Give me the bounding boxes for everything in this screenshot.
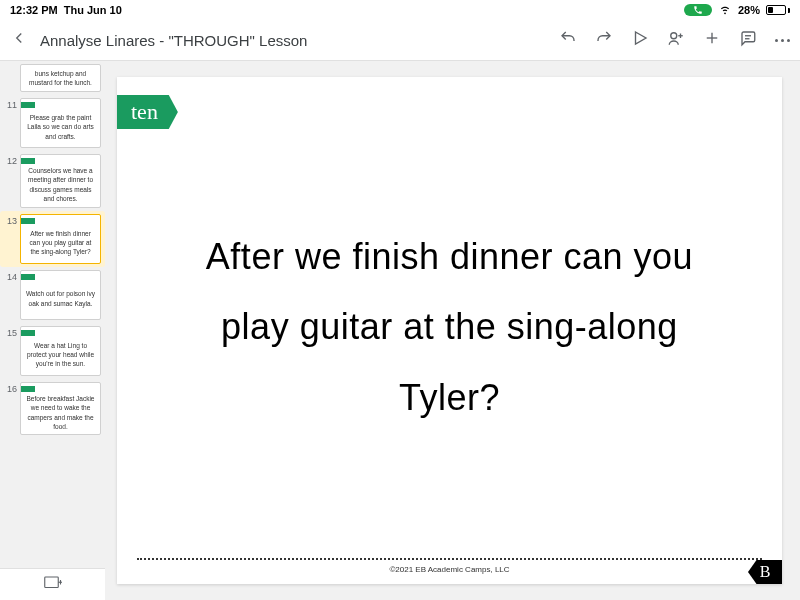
svg-rect-8 bbox=[44, 577, 58, 588]
thumbnail-number bbox=[4, 64, 17, 66]
redo-button[interactable] bbox=[595, 29, 613, 51]
thumbnail-tag bbox=[21, 330, 35, 336]
thumbnail-number: 16 bbox=[4, 382, 17, 394]
battery-icon bbox=[766, 5, 790, 15]
thumbnail-text: buns ketchup and mustard for the lunch. bbox=[25, 68, 96, 88]
thumbnail[interactable]: Before breakfast Jackie we need to wake … bbox=[20, 382, 101, 436]
share-button[interactable] bbox=[667, 29, 685, 51]
sidebar-footer bbox=[0, 568, 105, 600]
slide-body: After we finish dinner can you play guit… bbox=[117, 77, 782, 558]
svg-point-1 bbox=[671, 33, 677, 39]
svg-marker-0 bbox=[636, 32, 647, 44]
add-button[interactable] bbox=[703, 29, 721, 51]
thumbnail-tag bbox=[21, 274, 35, 280]
thumbnail[interactable]: Watch out for poison ivy oak and sumac K… bbox=[20, 270, 101, 320]
thumbnail[interactable]: Counselors we have a meeting after dinne… bbox=[20, 154, 101, 208]
slide-text[interactable]: After we finish dinner can you play guit… bbox=[172, 222, 727, 433]
slide-number-tag: ten bbox=[117, 95, 178, 129]
thumbnail-text: Wear a hat Ling to protect your head whi… bbox=[25, 338, 96, 372]
thumbnail-text: Before breakfast Jackie we need to wake … bbox=[25, 394, 96, 432]
undo-button[interactable] bbox=[559, 29, 577, 51]
thumbnail-number: 13 bbox=[4, 214, 17, 226]
status-time: 12:32 PM bbox=[10, 4, 58, 16]
thumbnail-row[interactable]: 14Watch out for poison ivy oak and sumac… bbox=[0, 267, 105, 323]
thumbnail-text: Counselors we have a meeting after dinne… bbox=[25, 166, 96, 204]
slide-canvas[interactable]: ten After we finish dinner can you play … bbox=[105, 61, 800, 600]
thumbnail-row[interactable]: 13After we finish dinner can you play gu… bbox=[0, 211, 105, 267]
thumbnail[interactable]: buns ketchup and mustard for the lunch. bbox=[20, 64, 101, 92]
thumbnail-number: 12 bbox=[4, 154, 17, 166]
thumbnail-row[interactable]: 16Before breakfast Jackie we need to wak… bbox=[0, 379, 105, 439]
thumbnail[interactable]: Please grab the paint Laila so we can do… bbox=[20, 98, 101, 148]
app-header: Annalyse Linares - "THROUGH" Lesson bbox=[0, 20, 800, 60]
thumbnail-row[interactable]: 11Please grab the paint Laila so we can … bbox=[0, 95, 105, 151]
slide-panel: buns ketchup and mustard for the lunch.1… bbox=[0, 61, 105, 600]
current-slide[interactable]: ten After we finish dinner can you play … bbox=[117, 77, 782, 584]
new-slide-button[interactable] bbox=[44, 576, 62, 594]
thumbnail[interactable]: Wear a hat Ling to protect your head whi… bbox=[20, 326, 101, 376]
thumbnail-tag bbox=[21, 158, 35, 164]
slide-footer: ©2021 EB Academic Camps, LLC B bbox=[137, 558, 762, 584]
thumbnail-row[interactable]: buns ketchup and mustard for the lunch. bbox=[0, 61, 105, 95]
status-date: Thu Jun 10 bbox=[64, 4, 122, 16]
thumbnail-text: Please grab the paint Laila so we can do… bbox=[25, 110, 96, 144]
thumbnail-number: 11 bbox=[4, 98, 17, 110]
thumbnail[interactable]: After we finish dinner can you play guit… bbox=[20, 214, 101, 264]
thumbnail-number: 15 bbox=[4, 326, 17, 338]
thumbnail-text: After we finish dinner can you play guit… bbox=[25, 226, 96, 260]
brand-badge: B bbox=[748, 560, 782, 584]
battery-percent: 28% bbox=[738, 4, 760, 16]
back-button[interactable] bbox=[10, 29, 28, 51]
thumbnail-row[interactable]: 12Counselors we have a meeting after din… bbox=[0, 151, 105, 211]
copyright-text: ©2021 EB Academic Camps, LLC bbox=[137, 565, 762, 574]
thumbnail-list[interactable]: buns ketchup and mustard for the lunch.1… bbox=[0, 61, 105, 568]
main-area: buns ketchup and mustard for the lunch.1… bbox=[0, 60, 800, 600]
thumbnail-tag bbox=[21, 102, 35, 108]
comment-button[interactable] bbox=[739, 29, 757, 51]
thumbnail-row[interactable]: 15Wear a hat Ling to protect your head w… bbox=[0, 323, 105, 379]
more-menu[interactable] bbox=[775, 39, 790, 42]
status-bar: 12:32 PM Thu Jun 10 28% bbox=[0, 0, 800, 20]
thumbnail-tag bbox=[21, 386, 35, 392]
document-title[interactable]: Annalyse Linares - "THROUGH" Lesson bbox=[40, 32, 307, 49]
present-button[interactable] bbox=[631, 29, 649, 51]
thumbnail-number: 14 bbox=[4, 270, 17, 282]
thumbnail-tag bbox=[21, 218, 35, 224]
call-indicator[interactable] bbox=[684, 4, 712, 16]
wifi-icon bbox=[718, 2, 732, 18]
thumbnail-text: Watch out for poison ivy oak and sumac K… bbox=[25, 282, 96, 316]
